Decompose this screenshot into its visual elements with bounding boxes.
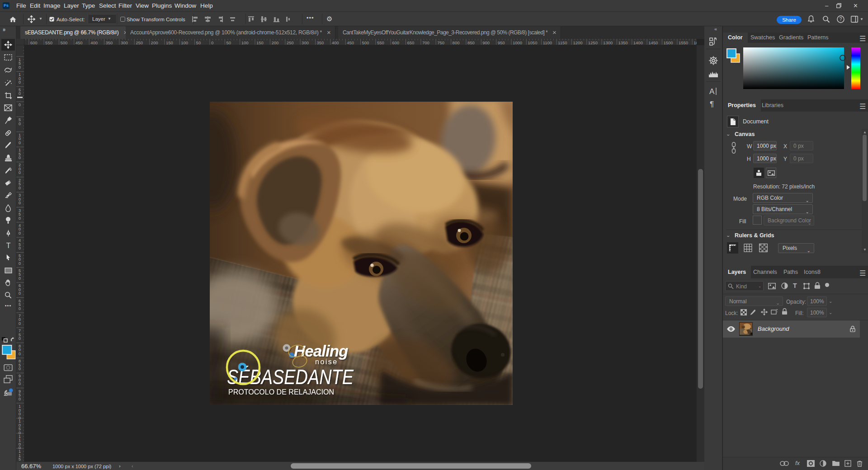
svg-text:1100: 1100 (543, 40, 552, 45)
svg-text:950: 950 (498, 40, 505, 45)
svg-text:300: 300 (121, 40, 128, 45)
svg-text:0: 0 (19, 122, 21, 126)
svg-text:650: 650 (407, 40, 415, 45)
svg-text:0: 0 (19, 336, 21, 341)
svg-text:800: 800 (453, 40, 460, 45)
svg-text:400: 400 (332, 40, 339, 45)
svg-text:0: 0 (19, 321, 21, 326)
svg-text:1350: 1350 (618, 40, 628, 45)
svg-text:A: A (709, 87, 715, 96)
svg-text:Healing: Healing (294, 342, 348, 360)
svg-text:100: 100 (241, 40, 249, 45)
svg-text:0: 0 (211, 40, 213, 45)
svg-text:1550: 1550 (679, 40, 688, 45)
svg-text:PROTOCOLO DE RELAJACION: PROTOCOLO DE RELAJACION (228, 388, 334, 396)
svg-text:1200: 1200 (573, 40, 582, 45)
svg-text:550: 550 (45, 40, 52, 45)
svg-text:1150: 1150 (558, 40, 567, 45)
svg-text:50: 50 (196, 40, 201, 45)
svg-text:700: 700 (422, 40, 429, 45)
svg-text:350: 350 (106, 40, 113, 45)
svg-text:0: 0 (19, 155, 21, 160)
svg-text:50: 50 (226, 40, 231, 45)
svg-text:250: 250 (136, 40, 143, 45)
svg-text:200: 200 (271, 40, 278, 45)
svg-text:1400: 1400 (633, 40, 643, 45)
svg-text:850: 850 (467, 40, 475, 45)
svg-text:1450: 1450 (648, 40, 658, 45)
svg-text:0: 0 (19, 186, 21, 190)
svg-text:150: 150 (166, 40, 173, 45)
svg-text:0: 0 (19, 141, 21, 145)
svg-text:400: 400 (90, 40, 98, 45)
svg-text:1500: 1500 (664, 40, 673, 45)
svg-text:0: 0 (19, 276, 21, 281)
svg-text:1050: 1050 (528, 40, 537, 45)
svg-text:150: 150 (256, 40, 264, 45)
svg-text:0: 0 (19, 65, 21, 70)
svg-text:0: 0 (19, 103, 21, 107)
svg-text:0: 0 (19, 246, 21, 250)
svg-text:0: 0 (19, 367, 21, 371)
svg-text:0: 0 (19, 170, 21, 175)
svg-text:1250: 1250 (588, 40, 598, 45)
svg-text:100: 100 (181, 40, 188, 45)
svg-text:0: 0 (19, 91, 21, 96)
svg-text:450: 450 (75, 40, 83, 45)
svg-text:0: 0 (19, 201, 21, 205)
svg-text:450: 450 (347, 40, 354, 45)
svg-text:500: 500 (362, 40, 369, 45)
svg-text:0: 0 (19, 397, 21, 401)
svg-text:T: T (6, 242, 10, 249)
svg-text:0: 0 (19, 352, 21, 356)
svg-text:600: 600 (30, 40, 38, 45)
svg-text:500: 500 (61, 40, 68, 45)
svg-text:0: 0 (19, 291, 21, 296)
svg-text:?: ? (840, 17, 842, 22)
svg-text:600: 600 (392, 40, 399, 45)
svg-text:900: 900 (482, 40, 490, 45)
svg-text:0: 0 (19, 261, 21, 266)
svg-text:0: 0 (19, 80, 21, 85)
svg-text:300: 300 (302, 40, 309, 45)
svg-text:250: 250 (287, 40, 294, 45)
svg-text:0: 0 (19, 306, 21, 311)
svg-text:1600: 1600 (693, 40, 697, 45)
svg-text:750: 750 (437, 40, 444, 45)
svg-text:1300: 1300 (603, 40, 613, 45)
svg-text:0: 0 (19, 231, 21, 235)
svg-text:550: 550 (377, 40, 384, 45)
svg-text:0: 0 (19, 216, 21, 221)
svg-text:1000: 1000 (513, 40, 522, 45)
svg-text:0: 0 (19, 381, 21, 386)
svg-text:200: 200 (151, 40, 158, 45)
svg-text:350: 350 (317, 40, 324, 45)
svg-text:¶: ¶ (710, 100, 714, 108)
